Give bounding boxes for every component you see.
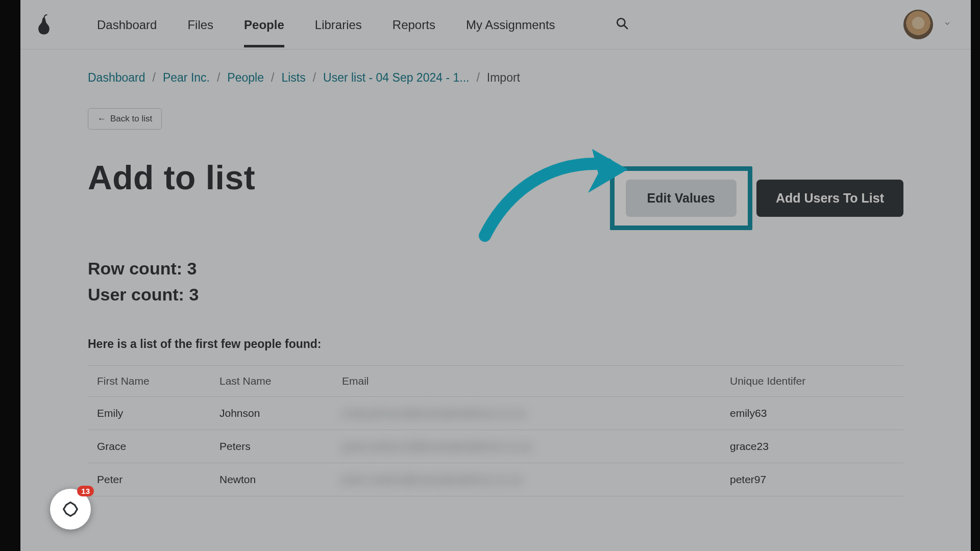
add-users-button[interactable]: Add Users To List (756, 180, 903, 217)
svg-point-0 (617, 18, 625, 26)
row-count: Row count: 3 (88, 256, 903, 282)
cell-uid: grace23 (721, 430, 903, 463)
nav-reports[interactable]: Reports (393, 2, 435, 47)
app-frame: Dashboard Files People Libraries Reports… (20, 0, 971, 551)
page-body: Dashboard/ Pear Inc./ People/ Lists/ Use… (20, 49, 971, 496)
cell-uid: peter97 (721, 463, 903, 496)
cell-lastname: Peters (210, 430, 333, 463)
cell-email: emily.johnson@exampleaddress.co.za (333, 397, 721, 430)
edit-values-button[interactable]: Edit Values (626, 180, 737, 217)
avatar-icon (903, 10, 933, 39)
table-row: Grace Peters grace.peters12@exampleaddre… (88, 430, 903, 463)
page-title: Add to list (88, 158, 255, 197)
crumb-people[interactable]: People (227, 71, 264, 85)
table-row: Emily Johnson emily.johnson@exampleaddre… (88, 397, 903, 430)
help-widget-button[interactable]: 13 (50, 489, 91, 530)
svg-line-1 (624, 25, 628, 29)
arrow-left-icon: ← (97, 114, 106, 124)
th-email: Email (333, 366, 721, 397)
cell-firstname: Grace (88, 430, 210, 463)
table-header-row: First Name Last Name Email Unique Identi… (88, 366, 903, 397)
widget-badge: 13 (77, 486, 94, 496)
cell-email: grace.peters12@exampleaddress.co.za (333, 430, 721, 463)
search-icon[interactable] (616, 17, 629, 32)
crumb-listname[interactable]: User list - 04 Sep 2024 - 1... (323, 71, 469, 85)
table-lead: Here is a list of the first few people f… (88, 337, 903, 351)
crumb-org[interactable]: Pear Inc. (163, 71, 210, 85)
svg-marker-4 (63, 505, 68, 514)
th-uid: Unique Identifer (721, 366, 903, 397)
cell-lastname: Newton (210, 463, 333, 496)
th-lastname: Last Name (210, 366, 333, 397)
nav-people[interactable]: People (244, 2, 284, 47)
crumb-dashboard[interactable]: Dashboard (88, 71, 145, 85)
nav-files[interactable]: Files (187, 2, 213, 47)
people-table: First Name Last Name Email Unique Identi… (88, 365, 903, 496)
crumb-current: Import (487, 71, 520, 85)
breadcrumb: Dashboard/ Pear Inc./ People/ Lists/ Use… (88, 71, 903, 85)
th-firstname: First Name (88, 366, 210, 397)
cell-firstname: Emily (88, 397, 210, 430)
back-to-list-label: Back to list (110, 114, 152, 124)
user-menu[interactable] (903, 10, 951, 39)
nav-dashboard[interactable]: Dashboard (97, 2, 157, 47)
pear-logo-icon (36, 12, 52, 37)
counts: Row count: 3 User count: 3 (88, 256, 903, 308)
nav-items: Dashboard Files People Libraries Reports… (97, 2, 629, 47)
svg-marker-2 (66, 502, 76, 507)
nav-libraries[interactable]: Libraries (315, 2, 362, 47)
svg-marker-3 (66, 512, 76, 517)
svg-marker-5 (74, 505, 79, 514)
top-nav: Dashboard Files People Libraries Reports… (20, 0, 971, 49)
action-buttons: Edit Values Add Users To List (610, 158, 903, 230)
nav-myassignments[interactable]: My Assignments (466, 2, 555, 47)
crumb-lists[interactable]: Lists (281, 71, 305, 85)
back-to-list-button[interactable]: ← Back to list (88, 108, 162, 130)
user-count: User count: 3 (88, 282, 903, 308)
cell-lastname: Johnson (210, 397, 333, 430)
cell-firstname: Peter (88, 463, 210, 496)
cell-email: peter.newton@exampleaddress.co.za (333, 463, 721, 496)
edit-values-highlight: Edit Values (610, 166, 752, 230)
table-row: Peter Newton peter.newton@exampleaddress… (88, 463, 903, 496)
chevron-down-icon (943, 19, 951, 30)
cell-uid: emily63 (721, 397, 903, 430)
